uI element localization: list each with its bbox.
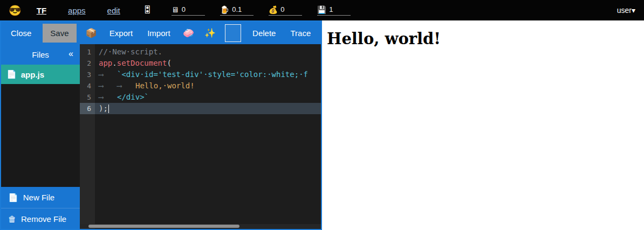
stat-icon-4: 💾: [317, 6, 326, 13]
line-number-4: 4: [80, 80, 95, 92]
stat-value-1: 0: [182, 6, 186, 13]
code-line-5[interactable]: 5⟶</div>`: [80, 92, 321, 103]
user-menu[interactable]: user▾: [617, 6, 635, 15]
code-text: ⟶⟶Hello,·world!: [95, 80, 321, 92]
file-icon: 📄: [6, 69, 17, 79]
code-token: </div>`: [117, 93, 149, 101]
editor-app-window: CloseSave📦ExportImport🧼✨DeleteTrace File…: [0, 20, 322, 230]
code-token: Hello,·world!: [135, 81, 195, 90]
code-line-2[interactable]: 2app.setDocument(: [80, 58, 321, 69]
code-text: app.setDocument(: [95, 58, 321, 69]
stat-field-2[interactable]: 🍺0.1: [220, 5, 254, 16]
code-editor[interactable]: 1//·New·script.2app.setDocument(3⟶`<div·…: [80, 44, 321, 229]
horizontal-scrollbar-thumb[interactable]: [88, 225, 239, 228]
file-list: 📄app.js: [1, 65, 80, 84]
sidebar-spacer: [1, 84, 80, 187]
code-line-3[interactable]: 3⟶`<div·id='test-div'·style='color:·whit…: [80, 69, 321, 80]
delete-button[interactable]: Delete: [249, 24, 279, 43]
code-token: `<div·id='test-div'·style='color:·white;…: [117, 70, 308, 79]
tab-whitespace-icon: ⟶: [99, 69, 117, 80]
remove-file-button-icon: 🗑: [8, 214, 16, 224]
tab-whitespace-icon: ⟶: [99, 92, 117, 103]
stats-group: 🖥0🍺0.1💰0💾1: [172, 5, 351, 16]
code-line-4[interactable]: 4⟶⟶Hello,·world!: [80, 80, 321, 92]
code-text: //·New·script.: [95, 46, 321, 58]
stat-field-1[interactable]: 🖥0: [172, 5, 205, 16]
text-cursor: [108, 104, 109, 113]
soap-icon-button[interactable]: 🧼: [182, 24, 195, 42]
code-token: setDocument: [117, 59, 167, 67]
code-text: );: [95, 103, 321, 114]
line-number-2: 2: [80, 58, 95, 69]
code-token: .: [112, 59, 117, 67]
stat-icon-1: 🖥: [172, 6, 179, 13]
sparkles-icon-button[interactable]: ✨: [203, 24, 217, 42]
window-body: Files « 📄app.js 📄New File🗑Remove File 1/…: [1, 44, 321, 229]
collapse-sidebar-icon[interactable]: «: [68, 49, 73, 59]
caret-down-icon: ▾: [632, 6, 635, 15]
line-number-1: 1: [80, 46, 95, 58]
export-button[interactable]: Export: [106, 24, 136, 43]
new-file-button-label: New File: [23, 193, 54, 202]
stat-value-4: 1: [329, 6, 333, 13]
sidebar-actions: 📄New File🗑Remove File: [1, 187, 80, 229]
line-number-6: 6: [80, 103, 95, 114]
code-token: );: [99, 104, 108, 113]
nav-link-edit[interactable]: edit: [107, 6, 120, 15]
nav-link-apps[interactable]: apps: [68, 6, 86, 15]
smiley-logo-icon[interactable]: 😎: [9, 4, 22, 17]
remove-file-button-label: Remove File: [21, 214, 66, 224]
files-header: Files «: [1, 44, 80, 65]
code-token: (: [167, 59, 171, 67]
stat-field-4[interactable]: 💾1: [317, 5, 351, 16]
file-name: app.js: [21, 70, 44, 79]
remove-file-button[interactable]: 🗑Remove File: [1, 208, 80, 229]
line-number-5: 5: [80, 92, 95, 103]
code-token: app: [99, 59, 112, 67]
horizontal-scrollbar[interactable]: [80, 224, 321, 228]
new-file-button[interactable]: 📄New File: [1, 187, 80, 208]
new-file-button-icon: 📄: [8, 193, 18, 203]
save-button[interactable]: Save: [43, 24, 76, 43]
preview-heading: Hello, world!: [327, 30, 644, 48]
stat-field-3[interactable]: 💰0: [269, 5, 302, 16]
code-text: ⟶</div>`: [95, 92, 321, 103]
file-item-app.js[interactable]: 📄app.js: [1, 65, 80, 84]
code-area: 1//·New·script.2app.setDocument(3⟶`<div·…: [80, 44, 321, 114]
topbar: 😎 TF apps edit 🎛 🖥0🍺0.1💰0💾1 user▾: [0, 0, 644, 20]
control-panel-icon[interactable]: 🎛: [143, 5, 152, 16]
tab-whitespace-icon: ⟶: [99, 80, 117, 92]
files-header-title: Files: [32, 50, 49, 59]
package-icon-button[interactable]: 📦: [85, 24, 98, 42]
code-token: //·New·script.: [99, 47, 162, 56]
tab-whitespace-icon: ⟶: [117, 80, 135, 92]
code-text: ⟶`<div·id='test-div'·style='color:·white…: [95, 69, 321, 80]
user-label: user: [617, 6, 632, 15]
code-line-6[interactable]: 6);: [80, 103, 321, 114]
import-button[interactable]: Import: [144, 24, 174, 43]
brand-link[interactable]: TF: [37, 6, 46, 15]
toolbar: CloseSave📦ExportImport🧼✨DeleteTrace: [1, 22, 321, 44]
blank-button[interactable]: [225, 24, 241, 42]
stat-icon-3: 💰: [269, 6, 278, 13]
trace-button[interactable]: Trace: [287, 24, 314, 43]
stat-value-3: 0: [280, 6, 284, 13]
line-number-3: 3: [80, 69, 95, 80]
stat-icon-2: 🍺: [220, 6, 229, 13]
stat-value-2: 0.1: [232, 6, 242, 13]
preview-pane: Hello, world!: [322, 20, 644, 230]
files-sidebar: Files « 📄app.js 📄New File🗑Remove File: [1, 44, 80, 229]
code-line-1[interactable]: 1//·New·script.: [80, 46, 321, 58]
close-button[interactable]: Close: [8, 24, 35, 43]
